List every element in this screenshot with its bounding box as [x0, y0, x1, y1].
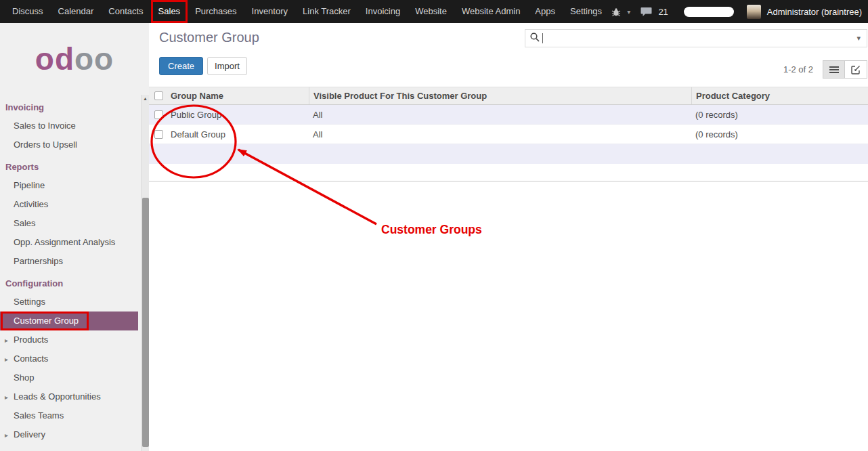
scrollbar-up-arrow-icon[interactable]: ▴ — [142, 95, 149, 103]
top-navbar: Discuss Calendar Contacts Sales Purchase… — [0, 0, 868, 23]
sidebar-item-label: Leads & Opportunities — [14, 391, 101, 402]
menu-sales[interactable]: Sales — [151, 0, 188, 23]
list-view-button[interactable] — [823, 60, 845, 79]
menu-purchases[interactable]: Purchases — [188, 0, 244, 23]
cell-product-category: (0 records) — [691, 110, 868, 120]
menu-link-tracker[interactable]: Link Tracker — [295, 0, 358, 23]
sidebar-item-partnerships[interactable]: Partnerships — [0, 252, 138, 271]
sidebar-item-label: Settings — [14, 297, 45, 307]
table-row-empty — [149, 144, 868, 164]
sidebar-item-label: Shop — [14, 372, 34, 383]
expand-arrow-icon: ▸ — [5, 393, 8, 402]
sidebar-item-label: Sales Teams — [14, 410, 64, 421]
sidebar-item-label: Products — [14, 335, 48, 345]
select-all-checkbox[interactable] — [154, 91, 163, 100]
sidebar-item-label: Partnerships — [14, 256, 63, 266]
cell-group-name: Public Group — [168, 110, 309, 120]
expand-arrow-icon: ▸ — [5, 431, 8, 440]
debug-caret-down-icon[interactable]: ▾ — [627, 8, 630, 16]
sidebar-item-delivery[interactable]: ▸Delivery — [0, 425, 138, 444]
menu-discuss[interactable]: Discuss — [5, 0, 51, 23]
control-buttons: Create Import — [159, 57, 247, 75]
list-view-table: Group Name Visible Product For This Cust… — [149, 87, 868, 181]
row-checkbox[interactable] — [154, 110, 163, 119]
cell-visible-product: All — [309, 110, 691, 120]
topbar-right-tools: ▾ 21 Administrator (braintree) — [611, 5, 868, 19]
sidebar-item-label: Orders to Upsell — [14, 139, 77, 150]
form-view-button[interactable] — [845, 60, 867, 79]
messages-count-badge[interactable]: 21 — [658, 7, 668, 17]
sidebar-item-label: Sales — [14, 218, 36, 228]
column-header-product-category[interactable]: Product Category — [691, 87, 868, 104]
progress-widget[interactable] — [684, 7, 734, 17]
sidebar-item-opp-assignment-analysis[interactable]: Opp. Assignment Analysis — [0, 233, 138, 252]
expand-arrow-icon: ▸ — [5, 336, 8, 345]
sidebar-item-customer-group[interactable]: Customer Group — [0, 312, 138, 330]
section-title: Invoicing — [0, 99, 149, 116]
messages-chat-icon[interactable] — [641, 7, 652, 17]
table-row-public-group[interactable]: Public Group All (0 records) — [149, 105, 868, 125]
menu-website-admin[interactable]: Website Admin — [454, 0, 527, 23]
column-header-visible-product[interactable]: Visible Product For This Customer Group — [309, 87, 691, 104]
column-header-group-name[interactable]: Group Name — [168, 91, 309, 101]
sidebar-item-sales-teams[interactable]: Sales Teams — [0, 406, 138, 425]
menu-inventory[interactable]: Inventory — [244, 0, 295, 23]
cell-product-category: (0 records) — [691, 129, 868, 139]
sidebar-item-sales-to-invoice[interactable]: Sales to Invoice — [0, 116, 138, 135]
table-row-default-group[interactable]: Default Group All (0 records) — [149, 125, 868, 144]
import-button[interactable]: Import — [207, 57, 247, 75]
sidebar-item-products[interactable]: ▸Products — [0, 330, 138, 349]
list-view-icon — [829, 66, 839, 74]
menu-website[interactable]: Website — [408, 0, 454, 23]
sidebar-item-leads-opportunities[interactable]: ▸Leads & Opportunities — [0, 387, 138, 406]
menu-invoicing[interactable]: Invoicing — [358, 0, 408, 23]
sidebar-item-activities[interactable]: Activities — [0, 195, 138, 214]
pager-area: 1-2 of 2 — [783, 60, 867, 79]
sidebar-item-sales[interactable]: Sales — [0, 214, 138, 233]
sidebar-item-label: Opp. Assignment Analysis — [14, 237, 115, 247]
page-title: Customer Group — [159, 30, 259, 45]
pager-range: 1-2 of 2 — [783, 64, 813, 74]
sidebar-item-label: Activities — [14, 199, 48, 209]
menu-apps[interactable]: Apps — [527, 0, 563, 23]
avatar[interactable] — [747, 5, 761, 19]
row-checkbox-cell — [149, 130, 168, 139]
search-options-caret-icon[interactable]: ▾ — [854, 34, 863, 43]
scrollbar-thumb[interactable] — [142, 198, 149, 447]
section-title: Configuration — [0, 275, 149, 293]
search-icon — [529, 32, 540, 45]
view-switcher — [823, 60, 867, 79]
search-view: ▾ — [525, 29, 867, 47]
cell-visible-product: All — [309, 129, 691, 139]
sidebar-item-contacts[interactable]: ▸Contacts — [0, 349, 138, 368]
section-title: Reports — [0, 158, 149, 176]
main-content: Customer Group ▾ Create Import 1-2 of 2 — [149, 23, 868, 451]
sidebar-item-label: Customer Group — [14, 316, 79, 326]
odoo-logo: odoo — [0, 23, 149, 95]
user-menu[interactable]: Administrator (braintree) — [767, 7, 862, 17]
sidebar-item-label: Sales to Invoice — [14, 121, 76, 131]
debug-bug-icon[interactable] — [611, 7, 621, 16]
menu-contacts[interactable]: Contacts — [101, 0, 150, 23]
search-input[interactable] — [544, 33, 854, 43]
form-view-icon — [851, 65, 861, 74]
sidebar-item-label: Contacts — [14, 353, 48, 364]
row-checkbox[interactable] — [154, 130, 163, 139]
sidebar-item-orders-to-upsell[interactable]: Orders to Upsell — [0, 135, 138, 154]
menu-settings[interactable]: Settings — [563, 0, 609, 23]
sidebar-item-label: Delivery — [14, 429, 45, 439]
cell-group-name: Default Group — [168, 129, 309, 139]
sidebar-item-settings[interactable]: Settings — [0, 293, 138, 312]
logo-text-purple: od — [35, 41, 74, 77]
sidebar-scrollbar[interactable]: ▴ — [141, 95, 149, 451]
row-checkbox-cell — [149, 110, 168, 119]
odoo-app-window: Discuss Calendar Contacts Sales Purchase… — [0, 0, 868, 451]
create-button[interactable]: Create — [159, 57, 203, 75]
sidebar-section-reports: Reports Pipeline Activities Sales Opp. A… — [0, 158, 149, 271]
app-sidebar: odoo Invoicing Sales to Invoice Orders t… — [0, 23, 149, 451]
sidebar-item-shop[interactable]: Shop — [0, 368, 138, 387]
menu-calendar[interactable]: Calendar — [51, 0, 102, 23]
sidebar-item-pipeline[interactable]: Pipeline — [0, 176, 138, 195]
sidebar-item-label: Pipeline — [14, 180, 45, 190]
top-menu: Discuss Calendar Contacts Sales Purchase… — [0, 0, 609, 23]
